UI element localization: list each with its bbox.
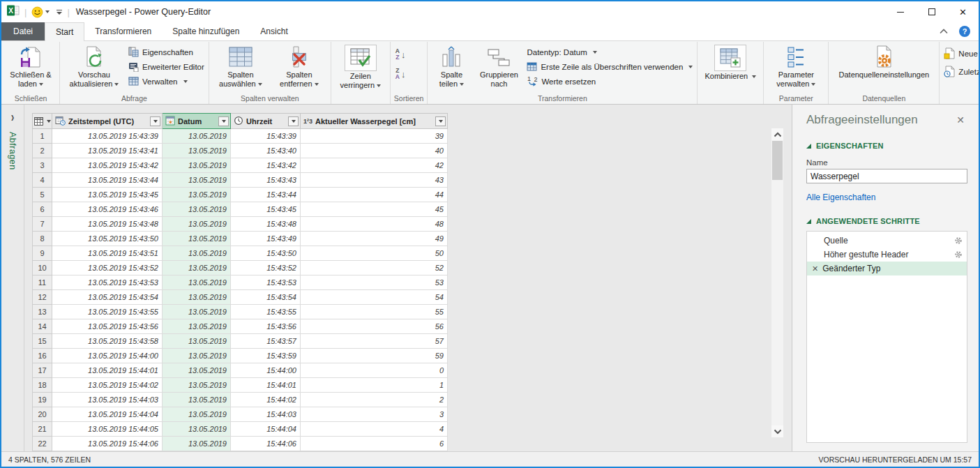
help-icon[interactable]: ? xyxy=(959,26,970,37)
table-cell[interactable]: 13.05.2019 xyxy=(163,217,231,232)
row-number[interactable]: 13 xyxy=(33,305,52,319)
table-cell[interactable]: 15:43:55 xyxy=(231,305,301,319)
table-cell[interactable]: 15:43:52 xyxy=(231,261,301,275)
table-cell[interactable]: 13.05.2019 xyxy=(163,173,231,188)
table-cell[interactable]: 13.05.2019 xyxy=(163,378,231,393)
row-number[interactable]: 4 xyxy=(33,173,52,188)
row-number[interactable]: 22 xyxy=(33,437,52,451)
table-cell[interactable]: 13.05.2019 15:43:56 xyxy=(52,319,163,334)
tab-transformieren[interactable]: Transformieren xyxy=(84,22,162,40)
table-cell[interactable]: 15:43:42 xyxy=(231,158,301,173)
table-cell[interactable]: 6 xyxy=(301,437,448,451)
first-row-as-headers-button[interactable]: Erste Zeile als Überschriften verwenden xyxy=(527,61,693,73)
tab-spalte-hinzufuegen[interactable]: Spalte hinzufügen xyxy=(162,22,250,40)
row-number[interactable]: 14 xyxy=(33,319,52,334)
table-cell[interactable]: 13.05.2019 15:43:46 xyxy=(52,202,163,217)
table-cell[interactable]: 13.05.2019 xyxy=(163,363,231,378)
table-cell[interactable]: 13.05.2019 15:44:04 xyxy=(52,407,163,422)
table-cell[interactable]: 13.05.2019 15:44:05 xyxy=(52,422,163,437)
table-cell[interactable]: 15:43:54 xyxy=(231,290,301,305)
table-cell[interactable]: 52 xyxy=(301,261,448,275)
table-cell[interactable]: 13.05.2019 xyxy=(163,422,231,437)
filter-button[interactable] xyxy=(150,116,160,126)
table-cell[interactable]: 13.05.2019 xyxy=(163,129,231,144)
table-cell[interactable]: 13.05.2019 xyxy=(163,232,231,246)
table-cell[interactable]: 3 xyxy=(301,407,448,422)
choose-columns-button[interactable]: Spalten auswählen xyxy=(211,43,270,89)
applied-step[interactable]: Quelle xyxy=(807,234,967,248)
row-number[interactable]: 15 xyxy=(33,334,52,349)
table-cell[interactable]: 43 xyxy=(301,173,448,188)
table-cell[interactable]: 55 xyxy=(301,305,448,319)
tab-start[interactable]: Start xyxy=(45,22,84,41)
queries-pane-label[interactable]: Abfragen xyxy=(8,132,17,170)
table-cell[interactable]: 13.05.2019 xyxy=(163,188,231,202)
recent-sources-button[interactable]: Zuletzt verwendete Quellen xyxy=(944,66,980,78)
table-cell[interactable]: 15:44:04 xyxy=(231,422,301,437)
table-cell[interactable]: 2 xyxy=(301,393,448,407)
close-button[interactable]: ✕ xyxy=(947,1,979,22)
table-cell[interactable]: 15:43:57 xyxy=(231,334,301,349)
table-cell[interactable]: 15:44:01 xyxy=(231,378,301,393)
sort-descending-button[interactable]: ZA ↓ xyxy=(395,66,406,82)
table-cell[interactable]: 59 xyxy=(301,349,448,363)
table-cell[interactable]: 15:43:44 xyxy=(231,188,301,202)
table-cell[interactable]: 13.05.2019 xyxy=(163,246,231,261)
applied-step[interactable]: ✕Geänderter Typ xyxy=(807,262,967,275)
sort-ascending-button[interactable]: AZ ↓ xyxy=(395,46,406,63)
smiley-feedback-icon[interactable] xyxy=(31,6,50,18)
new-source-button[interactable]: Neue Quelle xyxy=(944,47,980,60)
collapse-ribbon-icon[interactable] xyxy=(940,29,948,34)
table-cell[interactable]: 13.05.2019 xyxy=(163,437,231,451)
table-cell[interactable]: 15:43:48 xyxy=(231,217,301,232)
table-cell[interactable]: 13.05.2019 15:43:48 xyxy=(52,217,163,232)
properties-section-header[interactable]: EIGENSCHAFTEN xyxy=(806,142,967,150)
customize-quick-access-toolbar-icon[interactable] xyxy=(56,10,62,15)
applied-step[interactable]: Höher gestufte Header xyxy=(807,248,967,262)
table-cell[interactable]: 13.05.2019 xyxy=(163,158,231,173)
all-properties-link[interactable]: Alle Eigenschaften xyxy=(806,193,967,202)
remove-columns-button[interactable]: Spalten entfernen xyxy=(270,43,329,89)
table-cell[interactable]: 15:43:39 xyxy=(231,129,301,144)
table-cell[interactable]: 13.05.2019 15:43:54 xyxy=(52,290,163,305)
table-cell[interactable]: 57 xyxy=(301,334,448,349)
close-and-load-button[interactable]: Schließen & laden xyxy=(4,43,57,89)
table-cell[interactable]: 15:43:59 xyxy=(231,349,301,363)
filter-button[interactable] xyxy=(218,116,229,126)
table-cell[interactable]: 13.05.2019 xyxy=(163,334,231,349)
row-number[interactable]: 3 xyxy=(33,158,52,173)
row-number[interactable]: 7 xyxy=(33,217,52,232)
table-cell[interactable]: 15:43:40 xyxy=(231,144,301,158)
table-cell[interactable]: 13.05.2019 xyxy=(163,319,231,334)
row-number[interactable]: 16 xyxy=(33,349,52,363)
table-cell[interactable]: 40 xyxy=(301,144,448,158)
table-cell[interactable]: 45 xyxy=(301,202,448,217)
table-cell[interactable]: 15:43:56 xyxy=(231,319,301,334)
table-cell[interactable]: 13.05.2019 xyxy=(163,407,231,422)
table-cell[interactable]: 13.05.2019 xyxy=(163,349,231,363)
row-number[interactable]: 19 xyxy=(33,393,52,407)
reduce-rows-button[interactable]: Zeilen verringern xyxy=(333,43,388,91)
table-cell[interactable]: 4 xyxy=(301,422,448,437)
table-cell[interactable]: 50 xyxy=(301,246,448,261)
column-header-uhrzeit[interactable]: Uhrzeit xyxy=(231,114,301,129)
expand-queries-pane-icon[interactable]: › xyxy=(11,109,15,124)
row-number[interactable]: 9 xyxy=(33,246,52,261)
table-cell[interactable]: 13.05.2019 15:43:45 xyxy=(52,188,163,202)
table-cell[interactable]: 56 xyxy=(301,319,448,334)
manage-parameters-button[interactable]: Parameter verwalten xyxy=(766,43,826,89)
table-cell[interactable]: 48 xyxy=(301,217,448,232)
table-cell[interactable]: 13.05.2019 15:43:50 xyxy=(52,232,163,246)
table-cell[interactable]: 15:43:50 xyxy=(231,246,301,261)
table-cell[interactable]: 13.05.2019 xyxy=(163,393,231,407)
table-cell[interactable]: 13.05.2019 15:43:52 xyxy=(52,261,163,275)
group-by-button[interactable]: Gruppieren nach xyxy=(473,43,525,89)
table-corner-button[interactable] xyxy=(33,114,52,129)
close-panel-icon[interactable]: ✕ xyxy=(953,113,967,127)
row-number[interactable]: 6 xyxy=(33,202,52,217)
data-type-button[interactable]: Datentyp: Datum xyxy=(527,46,693,59)
table-cell[interactable]: 13.05.2019 15:44:03 xyxy=(52,393,163,407)
table-cell[interactable]: 1 xyxy=(301,378,448,393)
table-cell[interactable]: 44 xyxy=(301,188,448,202)
gear-icon[interactable] xyxy=(954,250,963,259)
